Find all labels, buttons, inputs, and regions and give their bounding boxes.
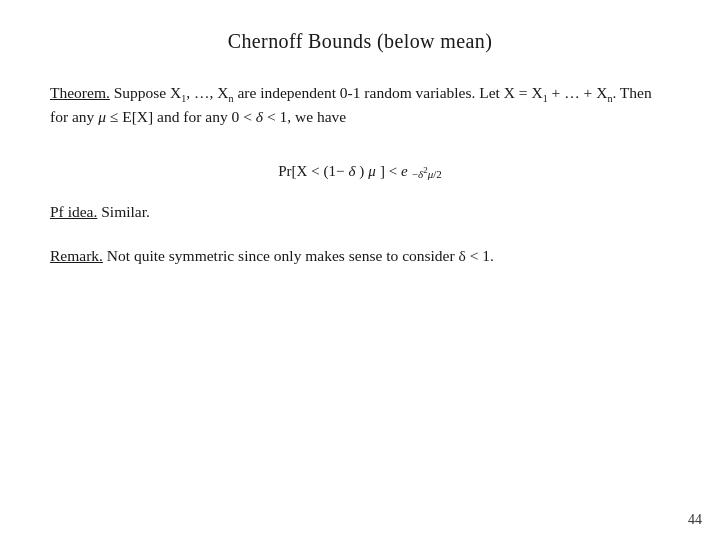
we-have-text: we have	[295, 108, 346, 125]
slide-title: Chernoff Bounds (below mean)	[50, 30, 670, 53]
pf-idea-block: Pf idea. Similar.	[50, 200, 670, 224]
remark-block: Remark. Not quite symmetric since only m…	[50, 244, 670, 268]
page-number: 44	[688, 512, 702, 528]
formula-container: Pr[X < (1−δ)μ] < e−δ2μ/2	[50, 163, 670, 180]
theorem-text: Theorem. Suppose X1, …, Xn are independe…	[50, 81, 670, 129]
chernoff-formula: Pr[X < (1−δ)μ] < e−δ2μ/2	[278, 163, 441, 180]
slide-container: Chernoff Bounds (below mean) Theorem. Su…	[0, 0, 720, 540]
pf-idea-text: Similar.	[97, 203, 150, 220]
remark-label: Remark.	[50, 247, 103, 264]
theorem-label: Theorem.	[50, 84, 110, 101]
theorem-block: Theorem. Suppose X1, …, Xn are independe…	[50, 81, 670, 129]
pf-idea-label: Pf idea.	[50, 203, 97, 220]
remark-text: Not quite symmetric since only makes sen…	[103, 247, 494, 264]
